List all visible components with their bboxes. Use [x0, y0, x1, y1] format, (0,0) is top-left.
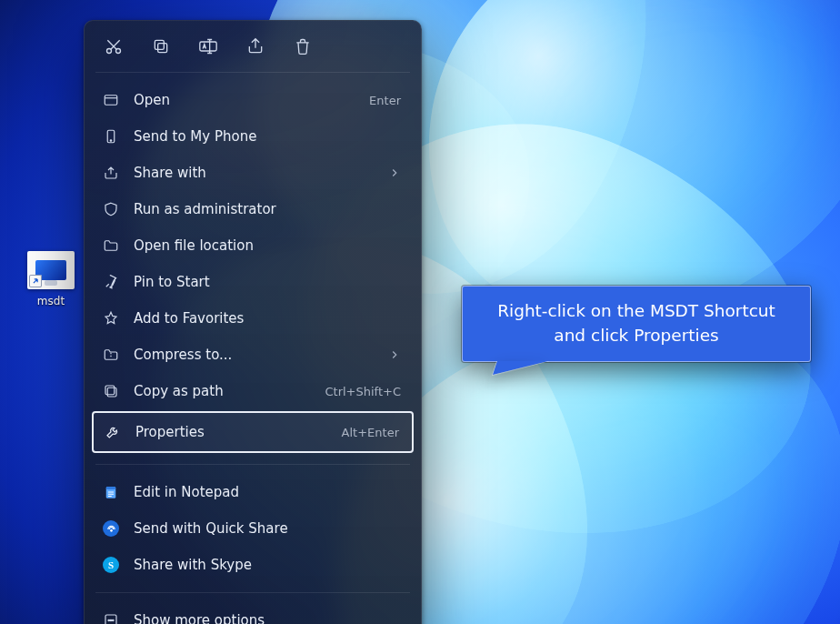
shortcut-msdt[interactable]: msdt — [22, 251, 80, 307]
menu-compress-to[interactable]: Compress to... — [92, 337, 414, 373]
quick-share-icon — [101, 518, 121, 538]
svg-point-16 — [113, 619, 115, 621]
callout-line1: Right-click on the MSDT Shortcut — [479, 299, 794, 324]
menu-share-with[interactable]: Share with — [92, 155, 414, 191]
instruction-callout: Right-click on the MSDT Shortcut and cli… — [462, 286, 811, 362]
menu-accel: Enter — [369, 94, 401, 107]
folder-icon — [101, 236, 121, 256]
callout-line2: and click Properties — [479, 324, 794, 348]
svg-rect-3 — [155, 40, 164, 49]
svg-rect-2 — [158, 44, 167, 53]
context-menu: Open Enter Send to My Phone Share with — [84, 20, 422, 624]
menu-label: Add to Favorites — [134, 310, 401, 327]
context-toolbar — [85, 21, 421, 66]
menu-label: Show more options — [134, 612, 401, 624]
menu-label: Open — [134, 92, 369, 108]
svg-rect-9 — [105, 386, 115, 395]
rename-icon[interactable] — [197, 35, 219, 57]
menu-add-to-favorites[interactable]: Add to Favorites — [92, 300, 414, 337]
menu-edit-in-notepad[interactable]: Edit in Notepad — [92, 474, 414, 510]
cut-icon[interactable] — [103, 35, 125, 57]
delete-icon[interactable] — [292, 35, 314, 57]
menu-open-file-location[interactable]: Open file location — [92, 227, 414, 264]
svg-rect-4 — [200, 42, 216, 51]
svg-point-0 — [107, 49, 112, 54]
copy-icon[interactable] — [150, 35, 172, 57]
shield-icon — [101, 199, 121, 219]
menu-label: Edit in Notepad — [134, 484, 401, 500]
copy-path-icon — [101, 381, 121, 401]
separator — [95, 464, 410, 465]
shortcut-label: msdt — [22, 295, 80, 307]
menu-label: Pin to Start — [134, 274, 401, 290]
menu-copy-as-path[interactable]: Copy as path Ctrl+Shift+C — [92, 373, 414, 409]
svg-point-12 — [110, 529, 112, 531]
menu-show-more-options[interactable]: Show more options — [92, 602, 414, 624]
svg-point-15 — [110, 619, 112, 621]
star-icon — [101, 308, 121, 328]
svg-point-7 — [110, 140, 112, 142]
menu-send-with-quick-share[interactable]: Send with Quick Share — [92, 510, 414, 547]
skype-icon: S — [101, 555, 121, 575]
menu-label: Share with Skype — [134, 557, 401, 573]
open-icon — [101, 90, 121, 110]
pin-icon — [101, 272, 121, 292]
shortcut-overlay-icon — [29, 275, 42, 287]
menu-accel: Alt+Enter — [342, 426, 399, 439]
archive-icon — [101, 345, 121, 365]
menu-label: Open file location — [134, 237, 401, 254]
menu-properties[interactable]: Properties Alt+Enter — [92, 411, 414, 453]
svg-rect-8 — [107, 387, 116, 397]
menu-label: Run as administrator — [134, 201, 401, 217]
notepad-icon — [101, 482, 121, 502]
svg-point-14 — [108, 619, 110, 621]
menu-label: Share with — [134, 165, 388, 181]
menu-pin-to-start[interactable]: Pin to Start — [92, 264, 414, 300]
svg-rect-5 — [105, 96, 117, 106]
menu-label: Properties — [135, 424, 342, 440]
shortcut-thumbnail — [27, 251, 75, 289]
separator — [95, 72, 410, 73]
separator — [95, 592, 410, 593]
menu-label: Copy as path — [134, 383, 325, 399]
more-icon — [101, 610, 121, 624]
menu-run-as-administrator[interactable]: Run as administrator — [92, 191, 414, 227]
share-icon[interactable] — [245, 35, 266, 57]
menu-label: Send with Quick Share — [134, 520, 401, 537]
share-with-icon — [101, 163, 121, 183]
menu-send-to-my-phone[interactable]: Send to My Phone — [92, 118, 414, 155]
wrench-icon — [103, 422, 123, 442]
menu-accel: Ctrl+Shift+C — [325, 385, 401, 398]
menu-share-with-skype[interactable]: S Share with Skype — [92, 547, 414, 583]
svg-rect-11 — [106, 487, 116, 489]
phone-icon — [101, 126, 121, 146]
chevron-right-icon — [388, 166, 401, 179]
menu-label: Send to My Phone — [134, 128, 401, 145]
chevron-right-icon — [388, 348, 401, 361]
svg-point-1 — [116, 49, 121, 54]
menu-open[interactable]: Open Enter — [92, 82, 414, 118]
menu-label: Compress to... — [134, 347, 388, 363]
